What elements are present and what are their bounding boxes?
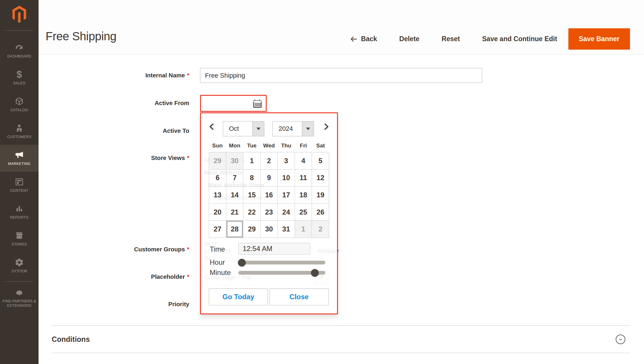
calendar-day-6[interactable]: 6 xyxy=(209,170,226,187)
calendar-icon[interactable] xyxy=(252,98,263,109)
close-button[interactable]: Close xyxy=(270,288,329,305)
save-banner-button[interactable]: Save Banner xyxy=(568,28,630,50)
save-and-continue-button[interactable]: Save and Continue Edit xyxy=(482,35,557,43)
calendar-day-2[interactable]: 2 xyxy=(261,152,278,170)
calendar-day-28[interactable]: 28 xyxy=(226,221,244,238)
sidebar-nav: DASHBOARD $ SALES CATALOG CUSTOMERS xyxy=(0,37,39,314)
internal-name-label: Internal Name* xyxy=(64,72,189,79)
calendar-day-2: 2 xyxy=(312,221,329,238)
sidebar-item-find-partners[interactable]: FIND PARTNERS & EXTENSIONS xyxy=(0,282,39,314)
weekday-label: Wed xyxy=(261,142,278,149)
calendar-day-30: 30 xyxy=(226,152,244,170)
weekday-label: Tue xyxy=(243,142,261,149)
sidebar-item-content[interactable]: CONTENT xyxy=(0,172,39,198)
marketing-icon xyxy=(15,150,24,160)
calendar-day-26[interactable]: 26 xyxy=(312,204,329,221)
minute-label: Minute xyxy=(210,269,231,277)
back-label: Back xyxy=(361,35,377,43)
calendar-day-30[interactable]: 30 xyxy=(261,221,278,238)
back-arrow-icon xyxy=(350,35,357,43)
calendar-day-4[interactable]: 4 xyxy=(295,152,312,170)
sidebar-item-marketing[interactable]: MARKETING xyxy=(0,145,39,172)
sidebar-divider xyxy=(5,30,33,31)
sidebar-item-reports[interactable]: REPORTS xyxy=(0,198,39,225)
weekday-label: Sun xyxy=(209,142,226,149)
magento-logo-icon[interactable] xyxy=(11,5,28,25)
calendar-day-10[interactable]: 10 xyxy=(278,170,295,187)
calendar-day-11[interactable]: 11 xyxy=(295,170,312,187)
sidebar-item-label: CUSTOMERS xyxy=(2,135,36,139)
hour-label: Hour xyxy=(210,258,225,267)
required-asterisk: * xyxy=(187,72,189,79)
customer-groups-label: Customer Groups* xyxy=(64,246,189,253)
dropdown-arrow-icon[interactable] xyxy=(252,121,264,136)
required-asterisk: * xyxy=(187,246,189,252)
calendar-day-29[interactable]: 29 xyxy=(243,221,261,238)
sidebar-item-sales[interactable]: $ SALES xyxy=(0,64,39,91)
reset-button[interactable]: Reset xyxy=(442,35,460,43)
chevron-down-icon xyxy=(618,337,623,342)
hour-slider[interactable] xyxy=(238,261,325,264)
minute-slider-handle[interactable] xyxy=(311,269,319,277)
customers-icon xyxy=(15,123,24,133)
previous-month-button[interactable] xyxy=(207,122,216,132)
calendar-day-9[interactable]: 9 xyxy=(261,170,278,187)
next-month-button[interactable] xyxy=(322,122,331,132)
conditions-section-title: Conditions xyxy=(52,335,90,344)
calendar-day-15[interactable]: 15 xyxy=(243,187,261,204)
calendar-day-18[interactable]: 18 xyxy=(295,187,312,204)
conditions-collapse-button[interactable] xyxy=(616,335,625,344)
sidebar-item-label: SYSTEM xyxy=(2,269,36,274)
calendar-day-8[interactable]: 8 xyxy=(243,170,261,187)
calendar-day-24[interactable]: 24 xyxy=(278,204,295,221)
store-views-label: Store Views* xyxy=(64,154,189,161)
go-today-button[interactable]: Go Today xyxy=(209,288,268,305)
calendar-day-13[interactable]: 13 xyxy=(209,187,226,204)
calendar-day-22[interactable]: 22 xyxy=(243,204,261,221)
required-asterisk: * xyxy=(187,155,189,161)
hour-slider-handle[interactable] xyxy=(238,259,246,267)
calendar-day-27[interactable]: 27 xyxy=(209,221,226,238)
weekday-label: Thu xyxy=(277,142,295,149)
calendar-day-1[interactable]: 1 xyxy=(243,152,261,170)
calendar-day-23[interactable]: 23 xyxy=(261,204,278,221)
sidebar-item-catalog[interactable]: CATALOG xyxy=(0,91,39,118)
internal-name-input[interactable] xyxy=(200,68,482,83)
priority-label: Priority xyxy=(64,301,189,308)
calendar-day-19[interactable]: 19 xyxy=(312,187,329,204)
calendar-day-25[interactable]: 25 xyxy=(295,204,312,221)
sidebar-item-label: MARKETING xyxy=(2,162,36,166)
calendar-day-21[interactable]: 21 xyxy=(226,204,244,221)
sidebar-item-dashboard[interactable]: DASHBOARD xyxy=(0,37,39,64)
calendar-day-7[interactable]: 7 xyxy=(226,170,244,187)
dropdown-arrow-icon[interactable] xyxy=(302,121,314,136)
calendar-day-1: 1 xyxy=(295,221,312,238)
sidebar-item-system[interactable]: SYSTEM xyxy=(0,252,39,279)
year-value: 2024 xyxy=(273,121,302,136)
sidebar-item-stores[interactable]: STORES xyxy=(0,225,39,252)
calendar-day-20[interactable]: 20 xyxy=(209,204,226,221)
active-from-input[interactable] xyxy=(200,95,267,112)
time-input[interactable] xyxy=(238,243,310,255)
delete-button[interactable]: Delete xyxy=(399,35,419,43)
calendar-day-16[interactable]: 16 xyxy=(261,187,278,204)
sidebar-item-customers[interactable]: CUSTOMERS xyxy=(0,118,39,145)
placeholder-label: Placeholder* xyxy=(64,273,189,280)
calendar-day-17[interactable]: 17 xyxy=(278,187,295,204)
stores-icon xyxy=(15,231,24,240)
catalog-icon xyxy=(15,97,24,106)
sidebar-item-label: CONTENT xyxy=(2,189,36,193)
back-button[interactable]: Back xyxy=(350,35,377,43)
minute-slider[interactable] xyxy=(238,271,325,275)
calendar-day-12[interactable]: 12 xyxy=(312,170,329,187)
calendar-day-14[interactable]: 14 xyxy=(226,187,244,204)
page-header: Free Shipping Back Delete Reset Save and… xyxy=(39,0,644,55)
calendar-day-3[interactable]: 3 xyxy=(278,152,295,170)
system-icon xyxy=(15,258,24,267)
content-icon xyxy=(15,177,24,187)
sidebar-item-label: DASHBOARD xyxy=(2,54,36,59)
calendar-day-31[interactable]: 31 xyxy=(278,221,295,238)
month-select[interactable]: Oct xyxy=(223,121,264,136)
year-select[interactable]: 2024 xyxy=(272,121,314,136)
calendar-day-5[interactable]: 5 xyxy=(312,152,329,170)
